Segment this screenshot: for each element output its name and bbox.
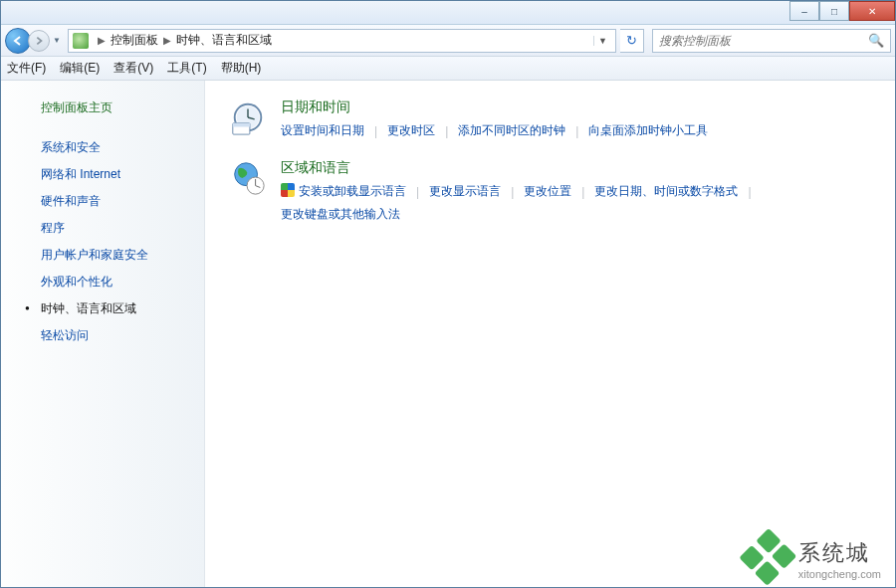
globe-icon — [229, 159, 267, 197]
separator: | — [435, 124, 458, 138]
category-title-region[interactable]: 区域和语言 — [281, 159, 871, 177]
separator: | — [501, 185, 524, 199]
sidebar-item[interactable]: 网络和 Internet — [1, 161, 204, 188]
menu-file[interactable]: 文件(F) — [7, 60, 46, 77]
maximize-button[interactable]: □ — [819, 1, 849, 21]
watermark-title: 系统城 — [798, 538, 881, 568]
forward-button[interactable] — [28, 30, 50, 52]
address-dropdown[interactable]: ▼ — [593, 36, 611, 46]
task-link[interactable]: 更改时区 — [387, 122, 435, 139]
sidebar-item[interactable]: 系统和安全 — [1, 134, 204, 161]
breadcrumb-current[interactable]: 时钟、语言和区域 — [176, 32, 272, 49]
task-link[interactable]: 更改键盘或其他输入法 — [281, 206, 400, 223]
shield-icon — [281, 183, 295, 197]
separator: | — [406, 185, 429, 199]
separator: | — [364, 124, 387, 138]
svg-rect-5 — [233, 123, 250, 127]
menu-edit[interactable]: 编辑(E) — [60, 60, 100, 77]
category-date-time: 日期和时间 设置时间和日期|更改时区|添加不同时区的时钟|向桌面添加时钟小工具 — [229, 98, 871, 139]
task-link[interactable]: 更改显示语言 — [429, 183, 501, 200]
navigation-bar: ▼ ▶ 控制面板 ▶ 时钟、语言和区域 ▼ ↻ 🔍 — [1, 25, 895, 57]
search-icon: 🔍 — [868, 33, 884, 48]
task-link[interactable]: 更改位置 — [524, 183, 571, 200]
clock-icon — [229, 98, 267, 136]
task-link[interactable]: 向桌面添加时钟小工具 — [588, 122, 708, 139]
control-panel-icon — [73, 33, 89, 49]
chevron-right-icon: ▶ — [95, 35, 109, 46]
content-pane: 日期和时间 设置时间和日期|更改时区|添加不同时区的时钟|向桌面添加时钟小工具 … — [205, 81, 895, 587]
refresh-icon: ↻ — [626, 33, 637, 48]
minimize-button[interactable]: – — [789, 1, 819, 21]
menu-tools[interactable]: 工具(T) — [167, 60, 206, 77]
menu-bar: 文件(F) 编辑(E) 查看(V) 工具(T) 帮助(H) — [1, 57, 895, 81]
task-link[interactable]: 更改日期、时间或数字格式 — [594, 183, 738, 200]
sidebar-item[interactable]: 程序 — [1, 215, 204, 242]
task-link[interactable]: 设置时间和日期 — [281, 122, 364, 139]
sidebar-item[interactable]: 用户帐户和家庭安全 — [1, 242, 204, 269]
category-region-language: 区域和语言 安装或卸载显示语言|更改显示语言|更改位置|更改日期、时间或数字格式… — [229, 159, 871, 223]
separator: | — [738, 185, 761, 199]
task-link[interactable]: 安装或卸载显示语言 — [281, 183, 406, 200]
refresh-button[interactable]: ↻ — [620, 29, 644, 53]
sidebar-item[interactable]: 轻松访问 — [1, 322, 204, 349]
control-panel-home[interactable]: 控制面板主页 — [1, 95, 204, 130]
watermark-logo-icon — [738, 528, 799, 588]
sidebar: 控制面板主页 系统和安全网络和 Internet硬件和声音程序用户帐户和家庭安全… — [1, 81, 205, 587]
breadcrumb-root[interactable]: 控制面板 — [111, 32, 158, 49]
separator: | — [571, 185, 594, 199]
history-dropdown[interactable]: ▼ — [50, 30, 64, 52]
chevron-right-icon: ▶ — [160, 35, 174, 46]
address-bar[interactable]: ▶ 控制面板 ▶ 时钟、语言和区域 ▼ — [68, 29, 616, 53]
task-link[interactable]: 添加不同时区的时钟 — [458, 122, 565, 139]
search-box[interactable]: 🔍 — [652, 29, 891, 53]
search-input[interactable] — [659, 34, 868, 48]
sidebar-item[interactable]: 外观和个性化 — [1, 269, 204, 295]
sidebar-item[interactable]: 时钟、语言和区域 — [1, 295, 204, 322]
watermark: 系统城 xitongcheng.com — [747, 537, 881, 581]
title-bar: – □ ✕ — [1, 1, 895, 25]
menu-help[interactable]: 帮助(H) — [221, 60, 262, 77]
watermark-sub: xitongcheng.com — [798, 568, 881, 580]
sidebar-item[interactable]: 硬件和声音 — [1, 188, 204, 215]
separator: | — [565, 124, 588, 138]
close-button[interactable]: ✕ — [849, 1, 895, 21]
category-title-datetime[interactable]: 日期和时间 — [281, 98, 708, 116]
menu-view[interactable]: 查看(V) — [113, 60, 153, 77]
